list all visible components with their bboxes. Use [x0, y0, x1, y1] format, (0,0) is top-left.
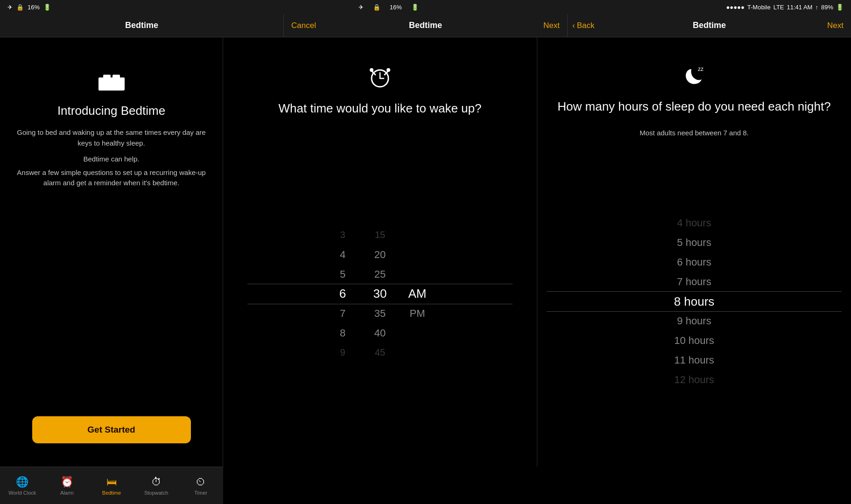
stopwatch-tab-label: Stopwatch — [144, 490, 168, 496]
timer-tab-icon: ⏲ — [196, 476, 206, 488]
sleep-hours-picker[interactable]: 4 hours 5 hours 6 hours 7 hours 8 hours … — [547, 146, 842, 457]
hour-item: 8 — [324, 323, 361, 343]
tab-bar: 🌐 World Clock ⏰ Alarm 🛏 Bedtime ⏱ Stopwa… — [0, 467, 223, 504]
battery-icon-center: 🔋 — [411, 4, 419, 11]
lock-icon-center: 🔒 — [373, 4, 380, 11]
minute-selected: 30 — [361, 284, 399, 304]
panel-wakeup: What time would you like to wake up? 3 4… — [223, 37, 537, 467]
world-clock-icon: 🌐 — [16, 476, 28, 488]
bedtime-tab-icon: 🛏 — [106, 476, 117, 488]
svg-point-11 — [387, 68, 390, 72]
get-started-button[interactable]: Get Started — [32, 416, 191, 443]
svg-point-10 — [370, 68, 373, 72]
tab-world-clock[interactable]: 🌐 World Clock — [0, 467, 45, 504]
ampm-spacer — [399, 225, 436, 245]
nav-section-1: Bedtime — [0, 14, 284, 37]
hour-item: 3 — [324, 225, 361, 245]
chevron-left-icon: ‹ — [572, 21, 575, 30]
stopwatch-tab-icon: ⏱ — [151, 476, 162, 488]
airplane-mode-icon: ✈ — [7, 4, 13, 11]
alarm-icon — [368, 65, 392, 91]
minute-item: 25 — [361, 265, 399, 284]
battery-left: 16% — [28, 4, 40, 11]
intro-desc2: Bedtime can help. — [83, 154, 139, 165]
hours-picker-column[interactable]: 4 hours 5 hours 6 hours 7 hours 8 hours … — [647, 213, 741, 390]
hours-item: 10 hours — [647, 331, 741, 350]
ampm-column[interactable]: AM PM — [399, 225, 436, 363]
status-bar-right: ●●●●● T-Mobile LTE 11:41 AM ↑ 89% 🔋 — [726, 4, 844, 11]
nav-title-2: Bedtime — [409, 21, 442, 30]
tab-timer[interactable]: ⏲ Timer — [178, 467, 223, 504]
bedtime-tab-label: Bedtime — [102, 490, 121, 496]
svg-rect-1 — [98, 81, 102, 91]
hours-item: 4 hours — [647, 213, 741, 233]
ampm-spacer — [399, 245, 436, 265]
ampm-spacer — [399, 343, 436, 363]
tab-stopwatch[interactable]: ⏱ Stopwatch — [134, 467, 179, 504]
tab-alarm[interactable]: ⏰ Alarm — [45, 467, 90, 504]
status-bar-left: ✈ 🔒 16% 🔋 — [7, 4, 51, 11]
airplane-icon-center: ✈ — [359, 4, 364, 11]
lock-icon-left: 🔒 — [16, 4, 24, 11]
hours-item: 6 hours — [647, 252, 741, 272]
minute-item: 35 — [361, 304, 399, 323]
hour-item: 5 — [324, 265, 361, 284]
am-selected: AM — [399, 284, 436, 304]
status-bar: ✈ 🔒 16% 🔋 ✈ 🔒 16% 🔋 ●●●●● T-Mobile LTE 1… — [0, 0, 851, 14]
time-picker[interactable]: 3 4 5 6 7 8 9 15 20 25 30 35 40 45 — [232, 131, 527, 457]
time-picker-columns: 3 4 5 6 7 8 9 15 20 25 30 35 40 45 — [324, 225, 436, 363]
sleep-icon: zz — [681, 65, 707, 90]
svg-rect-4 — [113, 75, 120, 80]
hours-item: 11 hours — [647, 350, 741, 370]
hour-selected: 6 — [324, 284, 361, 304]
next-button-2[interactable]: Next — [827, 21, 844, 30]
bed-icon — [98, 70, 126, 94]
minute-item: 15 — [361, 225, 399, 245]
panel1-bottom: Get Started — [9, 416, 213, 457]
nav-title-1: Bedtime — [125, 21, 158, 30]
back-button[interactable]: ‹ Back — [572, 21, 594, 30]
next-button-1[interactable]: Next — [543, 21, 560, 30]
panel-sleep-hours: zz How many hours of sleep do you need e… — [537, 37, 851, 467]
navigation-bar: Bedtime Cancel Bedtime Next ‹ Back Bedti… — [0, 14, 851, 37]
nav-section-3: ‹ Back Bedtime Next — [568, 14, 851, 37]
minute-item: 20 — [361, 245, 399, 265]
svg-rect-3 — [103, 75, 111, 80]
wakeup-question: What time would you like to wake up? — [279, 101, 482, 117]
svg-rect-2 — [98, 77, 125, 81]
intro-desc3: Answer a few simple questions to set up … — [9, 168, 213, 189]
world-clock-label: World Clock — [8, 490, 36, 496]
minutes-column[interactable]: 15 20 25 30 35 40 45 — [361, 225, 399, 363]
tab-bedtime[interactable]: 🛏 Bedtime — [89, 467, 134, 504]
hours-column[interactable]: 3 4 5 6 7 8 9 — [324, 225, 361, 363]
sleep-subtext: Most adults need between 7 and 8. — [640, 129, 749, 137]
minute-item: 45 — [361, 343, 399, 363]
nav-title-3: Bedtime — [693, 21, 726, 30]
intro-heading: Introducing Bedtime — [57, 104, 165, 118]
timer-tab-label: Timer — [194, 490, 207, 496]
location-icon: ↑ — [815, 4, 818, 11]
minute-item: 40 — [361, 323, 399, 343]
signal-dots: ●●●●● — [726, 4, 745, 11]
battery-icon-left: 🔋 — [43, 4, 51, 11]
hours-item: 5 hours — [647, 233, 741, 252]
ampm-spacer — [399, 265, 436, 284]
hour-item: 4 — [324, 245, 361, 265]
hours-selected: 8 hours — [647, 292, 741, 311]
nav-section-2: Cancel Bedtime Next — [284, 14, 568, 37]
svg-text:zz: zz — [698, 66, 703, 72]
battery-icon-right: 🔋 — [836, 4, 844, 11]
status-bar-center: ✈ 🔒 16% 🔋 — [359, 4, 419, 11]
lte-badge: LTE — [774, 4, 784, 11]
battery-center: 16% — [390, 4, 402, 11]
back-label: Back — [577, 21, 595, 30]
hours-item: 12 hours — [647, 370, 741, 390]
hours-item: 7 hours — [647, 272, 741, 292]
time-display: 11:41 AM — [787, 4, 813, 11]
battery-right: 89% — [821, 4, 833, 11]
panel-intro: Introducing Bedtime Going to bed and wak… — [0, 37, 223, 467]
carrier-name: T-Mobile — [747, 4, 771, 11]
cancel-button[interactable]: Cancel — [291, 21, 316, 30]
hours-item: 9 hours — [647, 311, 741, 331]
sleep-question: How many hours of sleep do you need each… — [557, 99, 830, 115]
